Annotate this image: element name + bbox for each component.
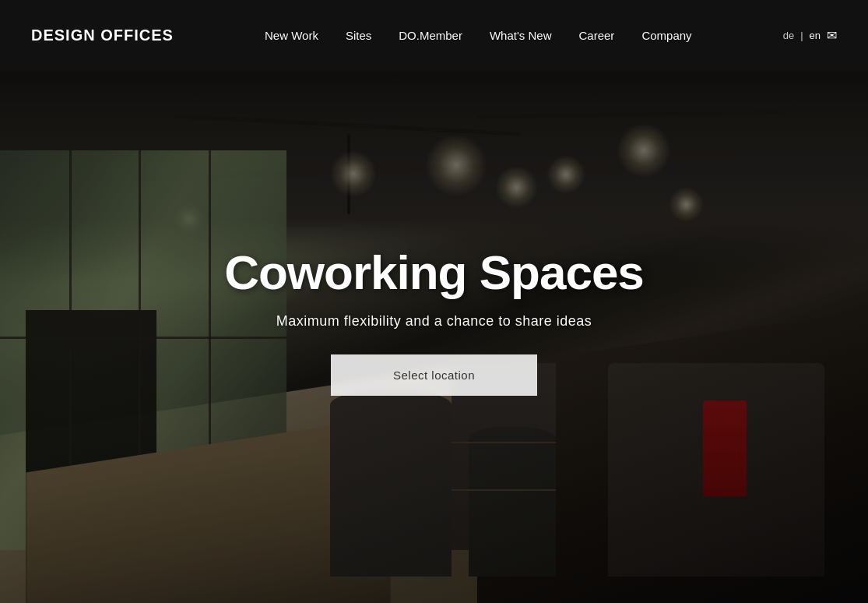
hero-title: Coworking Spaces (224, 246, 644, 299)
hero-subtitle: Maximum flexibility and a chance to shar… (276, 313, 592, 330)
select-location-button[interactable]: Select location (331, 354, 537, 396)
nav-item-career[interactable]: Career (579, 29, 615, 42)
main-nav: New Work Sites DO.Member What's New Care… (265, 29, 692, 42)
site-logo[interactable]: DESIGN OFFICES (31, 26, 174, 44)
nav-item-company[interactable]: Company (641, 29, 691, 42)
nav-item-whats-new[interactable]: What's New (490, 29, 552, 42)
language-switcher: de | en ✉ (783, 28, 837, 43)
nav-item-sites[interactable]: Sites (346, 29, 371, 42)
site-header: DESIGN OFFICES New Work Sites DO.Member … (0, 0, 868, 70)
hero-section: Coworking Spaces Maximum flexibility and… (0, 70, 868, 603)
nav-item-new-work[interactable]: New Work (265, 29, 318, 42)
lang-en[interactable]: en (810, 30, 821, 41)
nav-item-do-member[interactable]: DO.Member (399, 29, 462, 42)
lang-separator: | (800, 30, 803, 41)
hero-content: Coworking Spaces Maximum flexibility and… (0, 70, 868, 603)
mail-icon[interactable]: ✉ (827, 28, 837, 43)
lang-de[interactable]: de (783, 30, 794, 41)
